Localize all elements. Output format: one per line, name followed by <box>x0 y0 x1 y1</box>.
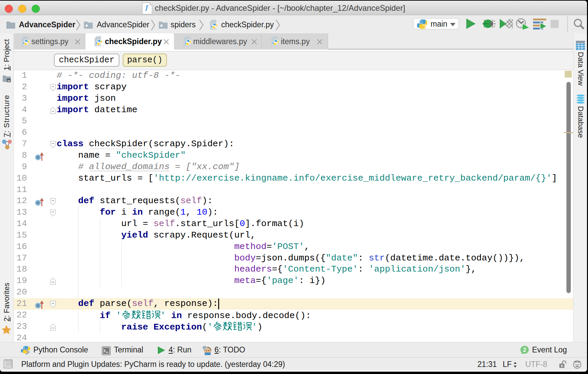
svg-text:2: 2 <box>523 347 526 353</box>
